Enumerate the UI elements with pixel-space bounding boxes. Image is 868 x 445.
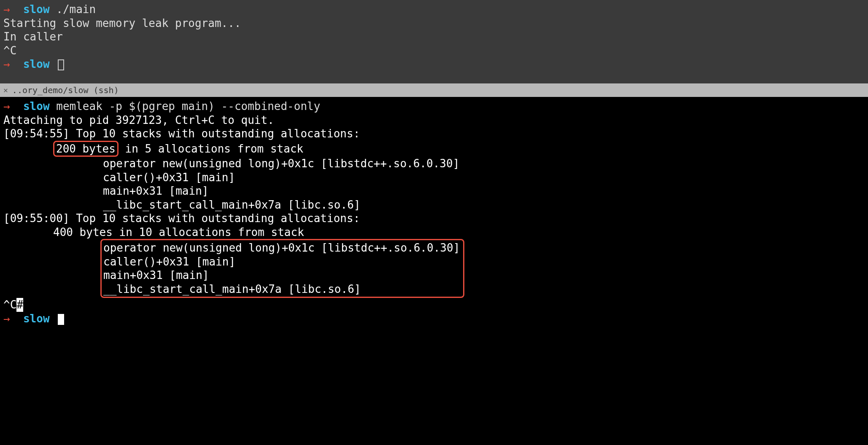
tab-bar: ✕ ..ory_demo/slow (ssh) [0, 83, 868, 97]
stack-frame: caller()+0x31 [main] [3, 171, 865, 185]
stack-frame: caller()+0x31 [main] [103, 255, 235, 268]
output-line: Starting slow memory leak program... [3, 16, 865, 30]
cursor-icon: # [16, 298, 23, 312]
highlight-annotation: 200 bytes [53, 141, 119, 157]
prompt-arrow-icon: → [3, 100, 10, 113]
prompt-context: slow [23, 58, 50, 70]
prompt-line: → slow [3, 312, 865, 326]
prompt-context: slow [23, 312, 50, 325]
output-line: ^C# [3, 298, 865, 312]
prompt-arrow-icon: → [3, 312, 10, 325]
output-line: 200 bytes in 5 allocations from stack [3, 141, 865, 157]
terminal-pane-bottom[interactable]: → slow memleak -p $(pgrep main) --combin… [0, 97, 868, 328]
stack-frame: main+0x31 [main] [103, 269, 209, 281]
interrupt-text: ^C [3, 298, 16, 311]
stack-frame: __libc_start_call_main+0x7a [libc.so.6] [3, 198, 865, 212]
output-text: in 5 allocations from stack [119, 142, 303, 155]
output-line: Attaching to pid 3927123, Ctrl+C to quit… [3, 113, 865, 127]
stack-frame: operator new(unsigned long)+0x1c [libstd… [3, 157, 865, 171]
prompt-arrow-icon: → [3, 3, 10, 16]
cursor-icon [58, 314, 64, 325]
prompt-line: → slow [3, 57, 865, 71]
output-line: [09:54:55] Top 10 stacks with outstandin… [3, 127, 865, 141]
command-text: memleak -p $(pgrep main) --combined-only [56, 100, 320, 113]
tab-title[interactable]: ..ory_demo/slow (ssh) [12, 85, 119, 96]
prompt-line: → slow ./main [3, 3, 865, 16]
prompt-line: → slow memleak -p $(pgrep main) --combin… [3, 99, 865, 113]
terminal-pane-top[interactable]: → slow ./main Starting slow memory leak … [0, 0, 868, 83]
highlight-block-wrapper: operator new(unsigned long)+0x1c [libstd… [3, 239, 865, 298]
output-line: 400 bytes in 10 allocations from stack [3, 225, 865, 239]
prompt-context: slow [23, 3, 50, 16]
highlight-annotation: operator new(unsigned long)+0x1c [libstd… [100, 239, 464, 298]
prompt-arrow-icon: → [3, 58, 10, 70]
command-text: ./main [56, 3, 96, 16]
stack-frame: operator new(unsigned long)+0x1c [libstd… [103, 241, 460, 254]
output-line: ^C [3, 44, 865, 58]
stack-frame: __libc_start_call_main+0x7a [libc.so.6] [103, 283, 361, 295]
output-line: In caller [3, 30, 865, 44]
cursor-icon [58, 59, 64, 70]
stack-frame: main+0x31 [main] [3, 184, 865, 198]
output-line: [09:55:00] Top 10 stacks with outstandin… [3, 212, 865, 225]
prompt-context: slow [23, 100, 50, 113]
tab-close-button[interactable]: ✕ [3, 86, 8, 95]
